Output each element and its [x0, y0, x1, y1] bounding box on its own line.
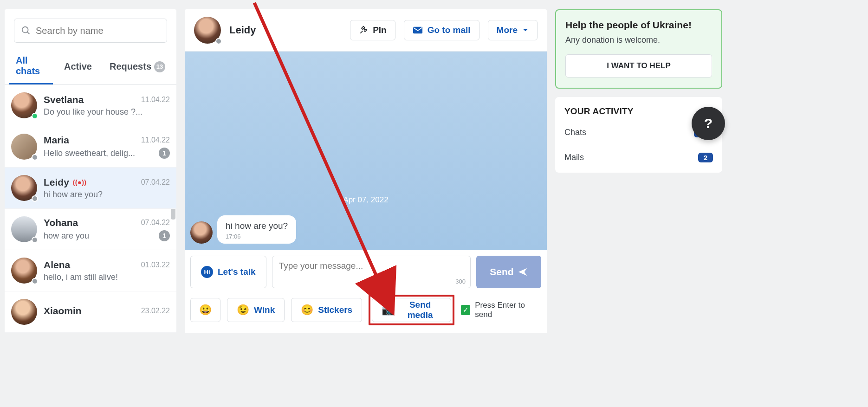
search-box[interactable] — [14, 19, 167, 43]
chevron-down-icon — [522, 27, 529, 33]
status-dot-offline — [32, 195, 38, 202]
stickers-button[interactable]: 😊Stickers — [291, 298, 362, 322]
send-button[interactable]: Send — [476, 256, 541, 288]
message-bubble: hi how are you? 17:06 — [217, 215, 296, 244]
composer: Hi Let's talk 300 Send 😀 😉Wink 😊Stickers… — [185, 250, 547, 333]
avatar — [11, 216, 37, 242]
emoji-button[interactable]: 😀 — [190, 298, 220, 322]
status-dot-offline — [32, 237, 38, 243]
send-media-button[interactable]: 📷Send media — [372, 298, 451, 322]
chat-item-svetlana[interactable]: Svetlana11.04.22 Do you like your house … — [5, 85, 176, 126]
status-dot-online — [32, 113, 38, 119]
pin-icon — [359, 26, 368, 35]
message-row: hi how are you? 17:06 — [190, 215, 296, 244]
date-divider: Apr 07, 2022 — [185, 195, 547, 205]
ukraine-text: Any donation is welcome. — [565, 35, 712, 45]
chat-preview: Do you like your house ?... — [44, 107, 143, 117]
message-avatar[interactable] — [190, 221, 213, 244]
chat-list: Svetlana11.04.22 Do you like your house … — [5, 85, 176, 333]
chat-item-xiaomin[interactable]: Xiaomin23.02.22 — [5, 291, 176, 333]
hi-icon: Hi — [201, 266, 213, 278]
chat-date: 23.02.22 — [141, 307, 170, 315]
press-enter-label: Press Enter to send — [475, 301, 538, 319]
status-dot-offline — [32, 278, 38, 284]
chat-date: 07.04.22 — [141, 219, 170, 227]
want-to-help-button[interactable]: I WANT TO HELP — [565, 54, 712, 78]
svg-point-0 — [22, 27, 28, 33]
contact-name: Leidy((●)) — [44, 177, 86, 188]
chat-date: 11.04.22 — [141, 96, 170, 104]
camera-icon: 📷 — [382, 305, 394, 315]
mail-icon — [413, 26, 423, 34]
more-button[interactable]: More — [488, 20, 538, 40]
chat-preview: hi how are you? — [44, 190, 103, 200]
chat-preview: Hello sweetheart, delig... — [44, 149, 135, 158]
message-input-wrap[interactable]: 300 — [272, 256, 471, 288]
ukraine-card: Help the people of Ukraine! Any donation… — [555, 9, 722, 89]
activity-mails-label: Mails — [564, 153, 584, 162]
activity-mails-count: 2 — [698, 153, 713, 162]
live-icon: ((●)) — [73, 178, 86, 186]
avatar — [11, 258, 37, 284]
wink-icon: 😉 — [237, 305, 249, 315]
tab-all-chats[interactable]: All chats — [9, 50, 53, 84]
right-panel: Help the people of Ukraine! Any donation… — [555, 9, 722, 333]
chat-panel: Leidy Pin Go to mail More Apr 07, 2022 h… — [185, 9, 547, 333]
sidebar: All chats Active Requests 13 Svetlana11.… — [5, 9, 176, 333]
requests-count-badge: 13 — [154, 61, 165, 72]
avatar — [11, 299, 37, 325]
message-input[interactable] — [279, 261, 464, 277]
status-dot-offline — [215, 38, 222, 45]
tab-requests-label: Requests — [110, 61, 151, 72]
message-time: 17:06 — [226, 233, 288, 240]
chat-preview: hello, i am still alive! — [44, 272, 118, 282]
smile-icon: 😀 — [199, 305, 212, 315]
avatar — [11, 175, 37, 201]
activity-row-mails[interactable]: Mails 2 — [564, 145, 713, 170]
unread-badge: 1 — [159, 230, 170, 241]
contact-name: Maria — [44, 135, 69, 146]
lets-talk-button[interactable]: Hi Let's talk — [190, 256, 266, 288]
send-icon — [518, 267, 528, 277]
message-text: hi how are you? — [226, 221, 288, 231]
chat-item-alena[interactable]: Alena01.03.22 hello, i am still alive! — [5, 250, 176, 291]
contact-name: Alena — [44, 259, 70, 271]
status-dot-offline — [32, 154, 38, 161]
tab-active[interactable]: Active — [58, 56, 98, 78]
chat-header: Leidy Pin Go to mail More — [185, 9, 547, 52]
activity-row-chats[interactable]: Chats 17 — [564, 120, 713, 145]
go-to-mail-button[interactable]: Go to mail — [404, 20, 479, 40]
svg-line-1 — [27, 32, 30, 34]
search-icon — [21, 26, 31, 36]
checkbox-checked-icon: ✓ — [461, 305, 470, 315]
sticker-icon: 😊 — [301, 305, 313, 315]
chat-date: 11.04.22 — [141, 136, 170, 144]
chat-preview: how are you — [44, 231, 89, 241]
contact-name: Svetlana — [44, 94, 84, 105]
contact-name: Xiaomin — [44, 305, 82, 317]
wink-button[interactable]: 😉Wink — [227, 298, 285, 322]
chat-date: 07.04.22 — [141, 178, 170, 187]
contact-name: Yohana — [44, 217, 78, 228]
chat-title: Leidy — [229, 24, 342, 36]
chat-date: 01.03.22 — [141, 261, 170, 269]
press-enter-toggle[interactable]: ✓ Press Enter to send — [461, 301, 541, 319]
chat-tabs: All chats Active Requests 13 — [5, 50, 176, 85]
char-counter: 300 — [455, 278, 466, 285]
activity-title: YOUR ACTIVITY — [564, 106, 713, 116]
tab-requests[interactable]: Requests 13 — [103, 56, 172, 79]
avatar — [11, 92, 37, 118]
unread-badge: 1 — [159, 148, 170, 159]
svg-line-2 — [360, 31, 363, 33]
search-input[interactable] — [36, 26, 160, 36]
activity-chats-label: Chats — [564, 128, 586, 137]
avatar — [11, 134, 37, 160]
chat-item-maria[interactable]: Maria11.04.22 Hello sweetheart, delig...… — [5, 126, 176, 168]
pin-button[interactable]: Pin — [350, 20, 395, 40]
chat-item-leidy[interactable]: Leidy((●))07.04.22 hi how are you? — [5, 168, 176, 209]
chat-item-yohana[interactable]: Yohana07.04.22 how are you1 — [5, 209, 176, 250]
ukraine-title: Help the people of Ukraine! — [565, 19, 712, 31]
chat-header-avatar[interactable] — [194, 17, 221, 44]
help-fab-button[interactable]: ? — [692, 107, 725, 140]
chat-body: Apr 07, 2022 hi how are you? 17:06 — [185, 52, 547, 250]
